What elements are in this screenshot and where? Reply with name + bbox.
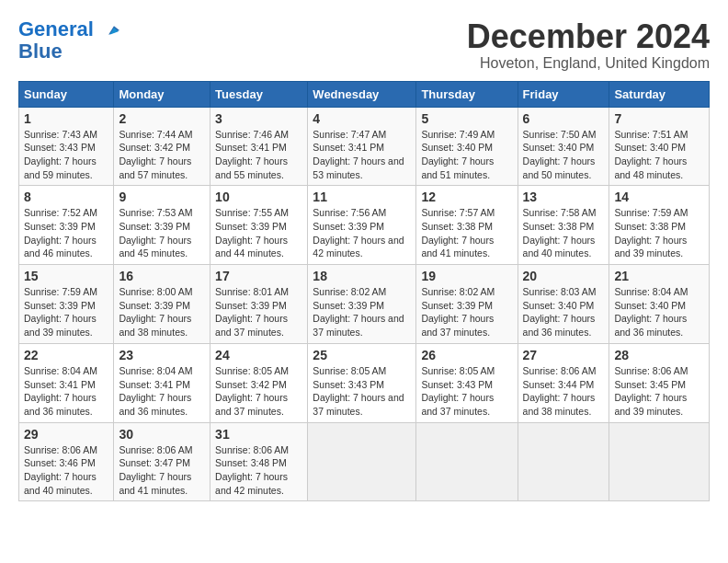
day-number: 24 (215, 348, 302, 362)
calendar-cell: 28 Sunrise: 8:06 AMSunset: 3:45 PMDaylig… (609, 343, 710, 422)
day-detail: Sunrise: 7:49 AMSunset: 3:40 PMDaylight:… (421, 129, 495, 180)
day-number: 22 (24, 348, 108, 362)
location-title: Hoveton, England, United Kingdom (467, 55, 710, 72)
week-row-5: 29 Sunrise: 8:06 AMSunset: 3:46 PMDaylig… (19, 422, 710, 501)
calendar-cell: 18 Sunrise: 8:02 AMSunset: 3:39 PMDaylig… (308, 265, 416, 344)
calendar-cell: 15 Sunrise: 7:59 AMSunset: 3:39 PMDaylig… (19, 265, 114, 344)
calendar-cell: 14 Sunrise: 7:59 AMSunset: 3:38 PMDaylig… (609, 186, 710, 265)
calendar-cell: 22 Sunrise: 8:04 AMSunset: 3:41 PMDaylig… (19, 343, 114, 422)
page-header: General Blue December 2024 Hoveton, Engl… (18, 18, 710, 72)
day-number: 5 (421, 111, 512, 126)
weekday-header-saturday: Saturday (609, 81, 710, 107)
day-detail: Sunrise: 7:51 AMSunset: 3:40 PMDaylight:… (614, 129, 688, 180)
calendar-cell: 3 Sunrise: 7:46 AMSunset: 3:41 PMDayligh… (210, 107, 308, 186)
day-number: 13 (523, 190, 605, 204)
day-detail: Sunrise: 7:59 AMSunset: 3:39 PMDaylight:… (24, 286, 97, 338)
logo-blue: Blue (18, 40, 63, 63)
calendar-cell: 23 Sunrise: 8:04 AMSunset: 3:41 PMDaylig… (114, 343, 210, 422)
logo-general: General (18, 17, 94, 40)
month-title: December 2024 (467, 18, 710, 55)
day-number: 7 (614, 111, 704, 126)
day-number: 3 (215, 111, 302, 126)
week-row-3: 15 Sunrise: 7:59 AMSunset: 3:39 PMDaylig… (19, 265, 710, 344)
day-detail: Sunrise: 7:52 AMSunset: 3:39 PMDaylight:… (24, 207, 97, 259)
day-number: 29 (24, 427, 108, 442)
day-number: 4 (313, 111, 411, 126)
calendar-cell: 10 Sunrise: 7:55 AMSunset: 3:39 PMDaylig… (210, 186, 308, 265)
day-detail: Sunrise: 8:05 AMSunset: 3:42 PMDaylight:… (215, 365, 289, 417)
day-detail: Sunrise: 8:04 AMSunset: 3:41 PMDaylight:… (119, 365, 192, 417)
title-block: December 2024 Hoveton, England, United K… (467, 18, 710, 72)
day-number: 14 (614, 190, 704, 204)
calendar-table: SundayMondayTuesdayWednesdayThursdayFrid… (18, 81, 710, 502)
calendar-cell: 5 Sunrise: 7:49 AMSunset: 3:40 PMDayligh… (416, 107, 518, 186)
day-detail: Sunrise: 8:05 AMSunset: 3:43 PMDaylight:… (421, 365, 495, 417)
day-number: 8 (24, 190, 108, 204)
day-detail: Sunrise: 8:03 AMSunset: 3:40 PMDaylight:… (523, 286, 597, 338)
day-detail: Sunrise: 7:56 AMSunset: 3:39 PMDaylight:… (313, 207, 404, 259)
calendar-cell (308, 422, 416, 501)
weekday-header-tuesday: Tuesday (210, 81, 308, 107)
day-number: 28 (614, 348, 704, 362)
day-number: 9 (119, 190, 205, 204)
calendar-cell: 21 Sunrise: 8:04 AMSunset: 3:40 PMDaylig… (609, 265, 710, 344)
calendar-cell (518, 422, 609, 501)
logo: General Blue (18, 18, 119, 63)
calendar-cell: 20 Sunrise: 8:03 AMSunset: 3:40 PMDaylig… (518, 265, 609, 344)
day-detail: Sunrise: 8:06 AMSunset: 3:46 PMDaylight:… (24, 444, 97, 496)
day-number: 12 (421, 190, 512, 204)
day-detail: Sunrise: 7:50 AMSunset: 3:40 PMDaylight:… (523, 129, 597, 180)
day-detail: Sunrise: 7:46 AMSunset: 3:41 PMDaylight:… (215, 129, 289, 180)
calendar-cell: 13 Sunrise: 7:58 AMSunset: 3:38 PMDaylig… (518, 186, 609, 265)
day-number: 30 (119, 427, 205, 442)
calendar-cell: 24 Sunrise: 8:05 AMSunset: 3:42 PMDaylig… (210, 343, 308, 422)
calendar-cell: 7 Sunrise: 7:51 AMSunset: 3:40 PMDayligh… (609, 107, 710, 186)
calendar-cell: 19 Sunrise: 8:02 AMSunset: 3:39 PMDaylig… (416, 265, 518, 344)
day-number: 6 (523, 111, 605, 126)
day-number: 2 (119, 111, 205, 126)
day-detail: Sunrise: 7:53 AMSunset: 3:39 PMDaylight:… (119, 207, 192, 259)
calendar-cell: 31 Sunrise: 8:06 AMSunset: 3:48 PMDaylig… (210, 422, 308, 501)
day-detail: Sunrise: 7:59 AMSunset: 3:38 PMDaylight:… (614, 207, 688, 259)
day-detail: Sunrise: 8:04 AMSunset: 3:41 PMDaylight:… (24, 365, 97, 417)
calendar-cell (609, 422, 710, 501)
day-number: 15 (24, 269, 108, 283)
day-number: 11 (313, 190, 411, 204)
day-detail: Sunrise: 8:06 AMSunset: 3:48 PMDaylight:… (215, 444, 289, 496)
week-row-2: 8 Sunrise: 7:52 AMSunset: 3:39 PMDayligh… (19, 186, 710, 265)
calendar-cell: 29 Sunrise: 8:06 AMSunset: 3:46 PMDaylig… (19, 422, 114, 501)
day-number: 26 (421, 348, 512, 362)
calendar-cell: 30 Sunrise: 8:06 AMSunset: 3:47 PMDaylig… (114, 422, 210, 501)
day-detail: Sunrise: 7:44 AMSunset: 3:42 PMDaylight:… (119, 129, 192, 180)
week-row-4: 22 Sunrise: 8:04 AMSunset: 3:41 PMDaylig… (19, 343, 710, 422)
weekday-header-sunday: Sunday (19, 81, 114, 107)
day-detail: Sunrise: 7:47 AMSunset: 3:41 PMDaylight:… (313, 129, 404, 180)
calendar-cell: 26 Sunrise: 8:05 AMSunset: 3:43 PMDaylig… (416, 343, 518, 422)
weekday-header-friday: Friday (518, 81, 609, 107)
day-number: 31 (215, 427, 302, 442)
calendar-cell: 1 Sunrise: 7:43 AMSunset: 3:43 PMDayligh… (19, 107, 114, 186)
weekday-header-row: SundayMondayTuesdayWednesdayThursdayFrid… (19, 81, 710, 107)
day-number: 23 (119, 348, 205, 362)
day-detail: Sunrise: 7:57 AMSunset: 3:38 PMDaylight:… (421, 207, 495, 259)
calendar-cell: 25 Sunrise: 8:05 AMSunset: 3:43 PMDaylig… (308, 343, 416, 422)
calendar-cell: 16 Sunrise: 8:00 AMSunset: 3:39 PMDaylig… (114, 265, 210, 344)
calendar-cell: 4 Sunrise: 7:47 AMSunset: 3:41 PMDayligh… (308, 107, 416, 186)
calendar-cell: 17 Sunrise: 8:01 AMSunset: 3:39 PMDaylig… (210, 265, 308, 344)
day-number: 16 (119, 269, 205, 283)
weekday-header-monday: Monday (114, 81, 210, 107)
day-number: 10 (215, 190, 302, 204)
calendar-cell: 9 Sunrise: 7:53 AMSunset: 3:39 PMDayligh… (114, 186, 210, 265)
day-detail: Sunrise: 8:00 AMSunset: 3:39 PMDaylight:… (119, 286, 192, 338)
calendar-cell (416, 422, 518, 501)
day-number: 27 (523, 348, 605, 362)
day-detail: Sunrise: 7:58 AMSunset: 3:38 PMDaylight:… (523, 207, 597, 259)
logo-icon (103, 22, 119, 39)
day-number: 17 (215, 269, 302, 283)
calendar-cell: 11 Sunrise: 7:56 AMSunset: 3:39 PMDaylig… (308, 186, 416, 265)
day-detail: Sunrise: 8:01 AMSunset: 3:39 PMDaylight:… (215, 286, 289, 338)
day-number: 19 (421, 269, 512, 283)
weekday-header-thursday: Thursday (416, 81, 518, 107)
calendar-cell: 6 Sunrise: 7:50 AMSunset: 3:40 PMDayligh… (518, 107, 609, 186)
day-detail: Sunrise: 8:02 AMSunset: 3:39 PMDaylight:… (421, 286, 495, 338)
